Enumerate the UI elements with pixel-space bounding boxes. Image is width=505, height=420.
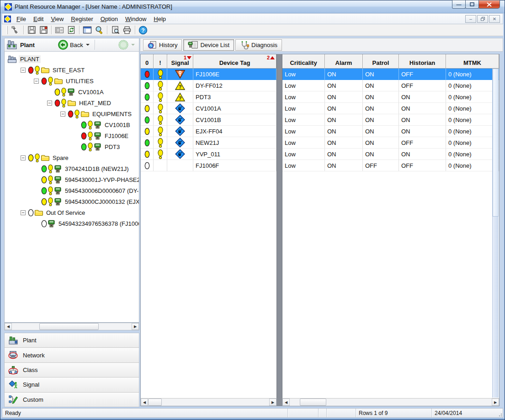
tree-expander-icon[interactable]: − [60,112,65,117]
cell-mtmk[interactable]: 0 (None) [446,149,499,160]
cell-mtmk[interactable]: 0 (None) [446,91,499,103]
nav-class[interactable]: Class [5,363,139,377]
nav-custom[interactable]: Custom [5,393,139,407]
cell-patrol[interactable]: ON [363,126,399,137]
cell-criticality[interactable]: Low [282,69,325,80]
scroll-right-arrow-icon[interactable]: ▶ [269,399,276,406]
tree-node-fj1006e[interactable]: FJ1006E [5,130,139,141]
cell-alarm[interactable]: ON [325,126,363,137]
device-row-new21j[interactable]: NEW21JLowONONOFF0 (None) [141,137,499,149]
column-header-device-tag[interactable]: Device Tag 2 [193,54,276,69]
tab-device-list[interactable]: Device List [183,39,234,51]
cell-patrol[interactable]: ON [363,80,399,91]
cell-patrol[interactable]: ON [363,69,399,80]
column-header-criticality[interactable]: Criticality [282,54,325,69]
tree-expander-icon[interactable]: − [21,155,26,160]
cell-device-tag[interactable]: FJ1006E [193,69,276,80]
grid-vscroll-thumb[interactable] [493,69,499,217]
cell-mtmk[interactable]: 0 (None) [446,137,499,149]
device-row-pdt3[interactable]: ?PDT3LowONONON0 (None) [141,91,499,103]
grid-vertical-scrollbar[interactable] [492,69,499,398]
scroll-right-arrow-icon[interactable]: ▶ [132,323,139,330]
cell-criticality[interactable]: Low [282,160,325,171]
cell-criticality[interactable]: Low [282,80,325,91]
menu-window[interactable]: Window [122,14,150,24]
tree-scroll-thumb[interactable] [39,323,99,330]
cell-criticality[interactable]: Low [282,91,325,103]
tree-node-cv1001b[interactable]: CV1001B [5,119,139,130]
cell-historian[interactable]: OFF [399,80,446,91]
back-button[interactable]: Back [56,39,92,51]
cell-mtmk[interactable]: 0 (None) [446,103,499,114]
card-view-icon[interactable] [53,25,65,35]
tree-node-5945430001j-yvp-phase2-test[interactable]: 5945430001J-YVP-PHASE2-TEST ( [5,174,139,185]
column-header-alert[interactable]: ! [154,54,167,69]
tree-node-site-east[interactable]: −SITE_EAST [5,64,139,75]
menu-option[interactable]: Option [97,14,122,24]
cell-mtmk[interactable]: 0 (None) [446,114,499,126]
cell-alarm[interactable]: ON [325,114,363,126]
child-minimize-button[interactable]: ‒ [465,15,476,23]
cell-device-tag[interactable]: EJX-FF04 [193,126,276,137]
nav-network[interactable]: Network [5,348,139,362]
cell-alarm[interactable]: ON [325,91,363,103]
back-dropdown-chevron-icon[interactable] [86,44,90,46]
tab-history[interactable]: History [143,39,182,51]
device-row-fj1006e[interactable]: FJ1006ELowONONOFF0 (None) [141,69,499,80]
cell-device-tag[interactable]: CV1001A [193,103,276,114]
toolbar-grip[interactable] [6,26,8,34]
cell-historian[interactable]: ON [399,114,446,126]
print-icon[interactable] [121,25,133,35]
save-icon[interactable] [26,25,37,35]
cell-patrol[interactable]: ON [363,103,399,114]
minimize-button[interactable]: — [452,0,466,9]
cell-alarm[interactable]: ON [325,103,363,114]
tree-node-plant[interactable]: PLANT [5,53,139,64]
cell-device-tag[interactable]: DY-FF012 [193,80,276,91]
tree-expander-icon[interactable]: − [21,210,26,215]
child-close-button[interactable]: ✕ [489,15,500,23]
cell-historian[interactable]: ON [399,103,446,114]
device-row-dy-ff012[interactable]: ?DY-FF012LowONONOFF0 (None) [141,80,499,91]
tree-node-cv1001a[interactable]: CV1001A [5,86,139,97]
cell-mtmk[interactable]: 0 (None) [446,160,499,171]
tree-node-545943234976536378-fj1006f[interactable]: 545943234976536378 (FJ1006F) [5,218,139,229]
device-row-fj1006f[interactable]: FJ1006FLowONOFFOFF0 (None) [141,160,499,171]
cell-mtmk[interactable]: 0 (None) [446,126,499,137]
tree-expander-icon[interactable]: − [21,68,26,73]
title-bar[interactable]: Plant Resource Manager - [User Name : AD… [0,0,505,13]
column-header-historian[interactable]: Historian [399,54,446,69]
cell-criticality[interactable]: Low [282,149,325,160]
scroll-right-arrow-icon[interactable]: ▶ [492,399,499,406]
cell-device-tag[interactable]: PDT3 [193,91,276,103]
cell-historian[interactable]: ON [399,126,446,137]
cell-patrol[interactable]: ON [363,149,399,160]
cell-historian[interactable]: OFF [399,160,446,171]
tree-node-3704241d1b-new21j[interactable]: 3704241D1B (NEW21J) [5,163,139,174]
child-restore-button[interactable] [477,15,488,23]
tree-node-pdt3[interactable]: PDT3 [5,141,139,152]
forward-dropdown-chevron-icon[interactable] [131,44,135,46]
cell-alarm[interactable]: ON [325,80,363,91]
tree-expander-icon[interactable]: − [34,79,39,84]
device-row-yvp-011[interactable]: YVP_011LowONONON0 (None) [141,149,499,160]
scroll-thumb[interactable] [300,399,326,406]
cell-historian[interactable]: OFF [399,69,446,80]
frozen-pane-splitter[interactable] [276,54,282,405]
nav-plant[interactable]: Plant [5,333,139,348]
print-preview-icon[interactable] [109,25,121,35]
cell-criticality[interactable]: Low [282,137,325,149]
cell-device-tag[interactable]: CV1001B [193,114,276,126]
menu-file[interactable]: File [13,14,30,24]
scrollable-columns-scrollbar[interactable]: ◀ ▶ [282,398,499,406]
frozen-columns-scrollbar[interactable]: ◀ ▶ [141,398,276,406]
column-header-mtmk[interactable]: MTMK [446,54,499,69]
cell-historian[interactable]: ON [399,91,446,103]
cell-device-tag[interactable]: FJ1006F [193,160,276,171]
tree-node-heat-med[interactable]: −HEAT_MED [5,97,139,108]
cell-historian[interactable]: OFF [399,137,446,149]
menu-view[interactable]: View [47,14,67,24]
pane-view-icon[interactable] [81,25,93,35]
tree-node-out-of-service[interactable]: −Out Of Service [5,207,139,218]
scroll-left-arrow-icon[interactable]: ◀ [282,399,290,406]
